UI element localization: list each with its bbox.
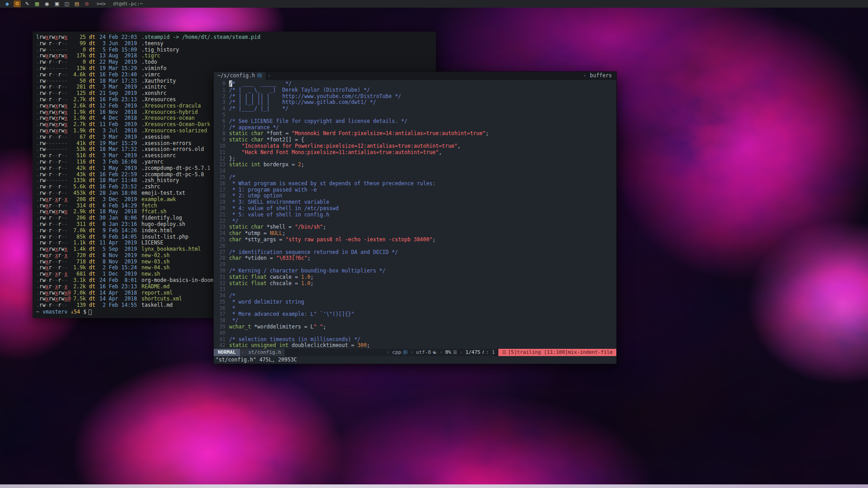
file-owner: dt <box>89 47 96 53</box>
file-name: .xsession <box>141 134 169 141</box>
file-date: 3 Feb 16:08 <box>99 159 138 165</box>
disabled-circle-icon[interactable]: ⊘ <box>83 0 90 7</box>
line-number: 21 <box>216 212 225 218</box>
file-size: 208 <box>72 197 86 203</box>
code-text: */ <box>229 318 239 324</box>
file-date: 19 Mar 15:29 <box>99 141 138 147</box>
file-size: 133k <box>72 178 86 184</box>
code-area[interactable]: 0/* ____ _____ */1/* | _ \_ _| Derek Tay… <box>214 80 616 349</box>
line-number-icon: ℓ <box>482 349 484 356</box>
code-line: 0/* ____ _____ */ <box>216 81 616 87</box>
file-name: .Xresources-hybrid <box>141 109 198 116</box>
file-date: 11 Apr 2019 <box>99 240 138 246</box>
file-size: 41k <box>72 141 86 147</box>
encoding-icon: ☯ <box>433 349 437 356</box>
file-size: 3.1k <box>72 277 86 284</box>
file-date: 16 Feb 23:52 <box>99 184 138 190</box>
code-line: 1/* | _ \_ _| Derek Taylor (DistroTube) … <box>216 87 616 94</box>
file-date: 2 Feb 14:55 <box>99 302 138 309</box>
edit-pencil-icon[interactable]: ✎ <box>23 0 31 7</box>
mode-separator-icon: › <box>240 349 245 356</box>
statusline-separator-icon: ‹ <box>457 349 465 356</box>
file-owner: dt <box>89 246 96 253</box>
buffers-separator-icon: ‹ <box>581 73 588 79</box>
file-permissions: lrwxrwxrwx <box>36 34 72 41</box>
file-name: example.awk <box>141 197 176 203</box>
file-name: .zcompdump-dt-pc-5.8 <box>141 172 204 178</box>
header-filetype-icon: Ⓗ <box>257 73 262 79</box>
line-number: 7 <box>216 125 225 131</box>
file-name: new-02.sh <box>141 253 169 259</box>
line-number: 23 <box>216 224 225 230</box>
statusline-filename: st/config.h <box>244 349 285 356</box>
file-permissions: .rw-r--r-- <box>36 84 72 90</box>
line-number: 1 <box>216 87 225 94</box>
folder-icon[interactable]: ▤ <box>73 0 80 7</box>
file-size: 2.9k <box>72 209 86 215</box>
file-size: 25 <box>72 34 86 41</box>
file-date: 11 Feb 2019 <box>99 122 138 128</box>
code-line: 20 * 4: value of shell in /etc/passwd <box>216 206 616 212</box>
file-owner: dt <box>89 122 96 128</box>
code-line: 37 * More advanced example: L" `'\"()[]{… <box>216 311 616 318</box>
monitor-icon[interactable]: ◫ <box>63 0 70 7</box>
file-owner: dt <box>89 209 96 215</box>
file-permissions: .rw-r--r-- <box>36 228 72 234</box>
file-owner: dt <box>89 234 96 240</box>
file-owner: dt <box>89 146 96 153</box>
filetype-icon: Ⓗ <box>403 349 408 356</box>
file-permissions: .rwxrwxrwx <box>36 103 72 109</box>
code-text: * 2: utmp option <box>229 193 282 199</box>
file-date: 18 Mar 17:32 <box>99 146 138 153</box>
file-name: fidentify.log <box>141 215 182 221</box>
record-dot-icon[interactable]: ◉ <box>43 0 51 7</box>
line-number: 19 <box>216 199 225 206</box>
buffers-label[interactable]: buffers <box>590 73 612 79</box>
file-date: 18 May 2018 <box>99 209 138 215</box>
code-text: wchar_t *worddelimiters = L" "; <box>229 324 326 330</box>
code-line: 33 <box>216 286 616 293</box>
statusline-separator-icon: ‹ <box>408 349 416 356</box>
file-owner: dt <box>89 115 96 122</box>
code-line: 40 <box>216 330 616 337</box>
editor-window[interactable]: ~/s/config.h Ⓗ › ‹ buffers 0/* ____ ____… <box>213 71 617 364</box>
file-owner: dt <box>89 178 96 184</box>
file-size: 1.9k <box>72 115 86 122</box>
file-permissions: .rw------- <box>36 47 72 53</box>
line-number: 17 <box>216 187 225 193</box>
code-line: 32static float chscale = 1.0; <box>216 281 616 287</box>
code-line: 42static unsigned int doubleclicktimeout… <box>216 343 616 349</box>
file-date: 2 Feb 15:24 <box>99 265 138 271</box>
image-grid-icon[interactable]: ▦ <box>33 0 41 7</box>
code-line: 36 * <box>216 305 616 312</box>
code-text: * 4: value of shell in /etc/passwd <box>229 206 338 212</box>
code-text: /* | | | || | http://www.youtube.com/c/D… <box>229 94 401 100</box>
code-line: 16 * What program is execed by st depend… <box>216 181 616 187</box>
screenshot-icon[interactable]: ▣ <box>53 0 61 7</box>
file-size: 5.6k <box>72 184 86 190</box>
top-panel: ◆⚙✎▦◉▣◫▤⊘ ><> dt@dt-pc:~ <box>0 0 868 8</box>
file-permissions: .rw-r--r-- <box>36 172 72 178</box>
file-name: lynx_bookmarks.html <box>141 246 201 253</box>
code-text: char *vtiden = "\033[?6c"; <box>229 255 310 262</box>
tab-config-h[interactable]: ~/s/config.h Ⓗ <box>214 72 266 80</box>
file-owner: dt <box>89 103 96 109</box>
line-number: 2 <box>216 94 225 100</box>
file-owner: dt <box>89 109 96 116</box>
statusline-cursor-position: 1/475ℓ: 1 <box>465 349 495 356</box>
file-name: fetch <box>141 203 157 209</box>
code-text: /* | _ \_ _| Derek Taylor (DistroTube) *… <box>229 87 370 94</box>
file-name: .vimrc <box>141 72 160 78</box>
terminal-cursor <box>89 310 92 315</box>
tab-separator-icon: › <box>266 73 272 79</box>
file-permissions: .rwxrwxrwx@ <box>36 296 72 302</box>
code-line: 18 * 2: utmp option <box>216 193 616 199</box>
line-number: 31 <box>216 274 225 281</box>
file-permissions: .rwxrwxrwx <box>36 209 72 215</box>
code-text: * More advanced example: L" `'\"()[]{}" <box>229 311 354 318</box>
settings-gear-icon[interactable]: ⚙ <box>14 0 21 7</box>
code-text: /* <box>229 293 235 299</box>
app-diamond-icon[interactable]: ◆ <box>4 0 11 7</box>
statusline-encoding: utf-8☯ <box>416 349 437 356</box>
file-permissions: .rw-r--r-- <box>36 41 72 47</box>
